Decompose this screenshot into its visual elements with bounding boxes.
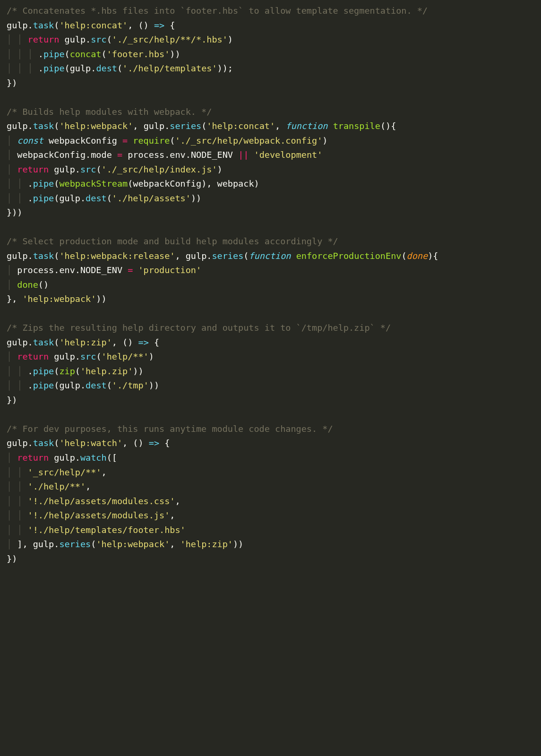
code-token: gulp: [59, 380, 80, 390]
code-token: =: [117, 150, 122, 160]
code-token: (: [54, 121, 59, 131]
code-token: ,: [175, 496, 180, 506]
code-token: .: [164, 121, 170, 131]
code-token: =>: [154, 20, 164, 30]
code-token: gulp: [49, 453, 75, 463]
code-token: task: [33, 121, 54, 131]
code-token: , (): [128, 20, 154, 30]
code-token: 'help/**': [102, 352, 149, 361]
code-token: ){: [428, 251, 438, 261]
code-token: .: [86, 34, 91, 44]
code-token: webpackConfig: [17, 150, 86, 160]
code-token: [291, 251, 296, 261]
code-token: (: [54, 193, 59, 203]
code-token: ,: [275, 121, 285, 131]
code-token: ,: [133, 121, 143, 131]
code-token: │: [7, 453, 17, 463]
code-token: return: [17, 164, 49, 174]
code-token: gulp: [49, 164, 75, 174]
code-token: (: [65, 49, 70, 59]
code-token: .: [80, 193, 86, 203]
code-token: process: [122, 150, 164, 160]
code-token: )): [133, 366, 143, 376]
code-token: .: [54, 265, 59, 275]
code-token: ): [228, 34, 233, 44]
code-token: (){: [380, 121, 396, 131]
code-token: .: [38, 63, 43, 73]
code-token: │: [7, 164, 17, 174]
code-token: (: [96, 164, 101, 174]
code-token: .: [75, 265, 80, 275]
code-token: .: [38, 49, 43, 59]
code-token: .: [80, 380, 86, 390]
code-token: │ │: [7, 34, 28, 44]
code-token: ||: [238, 150, 249, 160]
code-token: webpackConfig: [43, 136, 122, 146]
code-token: , (): [122, 438, 149, 448]
code-token: zip: [59, 366, 75, 376]
code-block: /* Concatenates *.hbs files into `footer…: [0, 0, 541, 570]
code-token: src: [91, 34, 106, 44]
code-token: (: [117, 63, 122, 73]
code-token: {: [159, 438, 170, 448]
code-token: )): [149, 380, 159, 390]
code-token: }): [7, 395, 17, 405]
code-token: =>: [138, 337, 149, 347]
code-token: 'help:zip': [59, 337, 112, 347]
code-token: .: [28, 251, 33, 261]
code-token: done: [407, 251, 428, 261]
code-token: webpackStream: [59, 179, 128, 189]
code-token: .: [28, 380, 33, 390]
code-token: src: [80, 164, 96, 174]
code-token: dest: [86, 193, 107, 203]
code-token: gulp: [7, 251, 28, 261]
code-token: /* Zips the resulting help directory and…: [7, 323, 391, 333]
code-token: 'help.zip': [80, 366, 133, 376]
code-token: '!./help/templates/footer.hbs': [28, 525, 186, 535]
code-token: series: [212, 251, 243, 261]
code-token: 'help:webpack': [22, 294, 96, 304]
code-token: './help/assets': [112, 193, 191, 203]
code-token: [133, 265, 138, 275]
code-token: task: [33, 20, 54, 30]
code-token: (: [65, 63, 70, 73]
code-token: .: [28, 121, 33, 131]
code-token: (: [91, 539, 96, 549]
code-token: )): [170, 49, 180, 59]
code-token: enforceProductionEnv: [296, 251, 402, 261]
code-token: (: [75, 366, 80, 376]
code-token: pipe: [33, 380, 54, 390]
code-token: │: [7, 352, 17, 361]
code-token: }): [7, 554, 17, 564]
code-token: mode: [91, 150, 117, 160]
code-token: pipe: [33, 193, 54, 203]
code-token: ,: [170, 510, 175, 520]
code-token: =: [122, 136, 128, 146]
code-token: function: [285, 121, 327, 131]
code-token: [327, 121, 333, 131]
code-token: (: [54, 251, 59, 261]
code-token: ,: [86, 481, 91, 491]
code-token: │ │: [7, 380, 28, 390]
code-token: (: [401, 251, 406, 261]
code-token: (: [96, 352, 101, 361]
code-token: gulp: [7, 438, 28, 448]
code-token: .: [28, 193, 33, 203]
code-token: ));: [217, 63, 233, 73]
code-token: │ │: [7, 481, 28, 491]
code-token: )): [233, 539, 243, 549]
code-token: './tmp': [112, 380, 149, 390]
code-token: .: [75, 164, 80, 174]
code-token: return: [17, 352, 49, 361]
code-token: .: [186, 150, 191, 160]
code-token: │ │ │: [7, 49, 38, 59]
code-token: (: [54, 20, 59, 30]
code-token: (webpackConfig), webpack): [128, 179, 259, 189]
code-token: pipe: [33, 179, 54, 189]
code-token: {: [149, 337, 159, 347]
code-token: .: [28, 179, 33, 189]
code-token: │ │: [7, 193, 28, 203]
code-token: │ │: [7, 366, 28, 376]
code-token: (: [107, 193, 112, 203]
code-token: .: [28, 438, 33, 448]
